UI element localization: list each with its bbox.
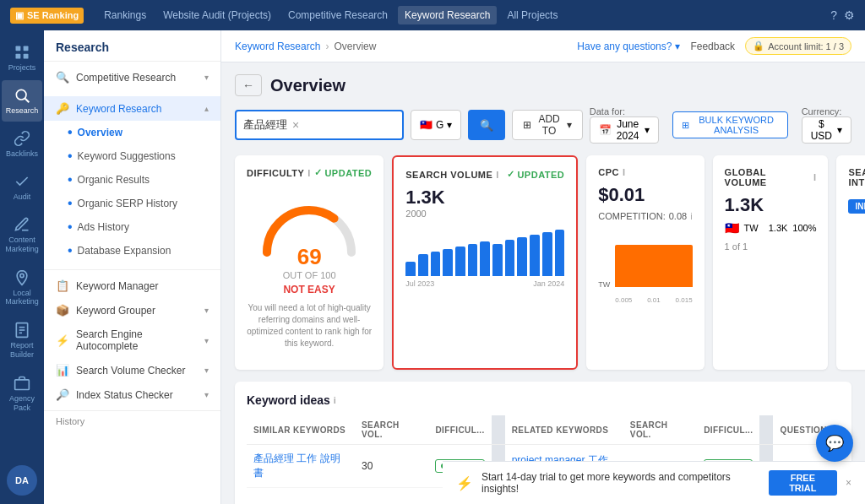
nav-rankings[interactable]: Rankings [97, 6, 153, 24]
sidebar-icon-backlinks[interactable]: Backlinks [2, 123, 42, 165]
sidebar-icon-research[interactable]: Research [2, 80, 42, 122]
breadcrumb-parent[interactable]: Keyword Research [235, 41, 320, 52]
gauge-label: NOT EASY [283, 284, 335, 295]
search-engine-btn[interactable]: 🇹🇼 G ▾ [411, 110, 461, 140]
svg-rect-2 [16, 54, 21, 59]
svg-rect-1 [24, 46, 29, 51]
account-limit-badge: 🔒 Account limit: 1 / 3 [745, 37, 851, 55]
nav-all-projects[interactable]: All Projects [500, 6, 564, 24]
bulk-analysis-btn[interactable]: ⊞ BULK KEYWORD ANALYSIS [672, 111, 788, 138]
search-clear-icon[interactable]: × [292, 118, 299, 132]
bar [468, 244, 478, 276]
sidebar-sub-overview[interactable]: Overview [68, 121, 220, 144]
similar-kw-link[interactable]: 產品經理 工作 說明書 [253, 453, 340, 479]
search-vol-label: SEARCH VOLUME i ✓ Updated [405, 169, 564, 180]
tw-percent: 100% [792, 223, 816, 233]
breadcrumb-sep: › [325, 41, 329, 52]
free-trial-button[interactable]: FREE TRIAL [769, 470, 837, 496]
svg-rect-3 [24, 54, 29, 59]
feedback-btn[interactable]: Feedback [690, 41, 735, 52]
add-to-button[interactable]: ⊞ ADD TO ▾ [512, 110, 582, 140]
competition-info-icon[interactable]: i [690, 211, 692, 221]
chevron-up-icon: ▴ [204, 104, 209, 113]
svg-point-4 [16, 89, 26, 100]
cpc-country: TW [598, 280, 610, 289]
currency-selector[interactable]: $ USD ▾ [802, 117, 851, 144]
search-vol-info-icon[interactable]: i [496, 170, 499, 180]
nav-keyword-research[interactable]: Keyword Research [398, 6, 497, 24]
related-search-vol-header: SEARCH VOL. [623, 415, 697, 445]
difficulty-card: DIFFICULTY i ✓ Updated 69 OUT OF 100 NOT… [235, 155, 384, 370]
pagination: 1 of 1 [725, 241, 817, 252]
date-selector[interactable]: 📅 June 2024 ▾ [590, 117, 659, 144]
add-icon: ⊞ [523, 119, 531, 131]
search-vol-max: 2000 [405, 209, 564, 219]
gauge-value: 69 [283, 244, 336, 270]
bar [455, 247, 465, 276]
sidebar-sub-serp-history[interactable]: Organic SERP History [68, 192, 220, 215]
have-questions-btn[interactable]: Have any questions? ▾ [577, 41, 680, 52]
top-nav-links: Rankings Website Audit (Projects) Compet… [97, 6, 817, 24]
chat-button[interactable]: 💬 [816, 425, 853, 462]
sidebar-title: Research [44, 30, 220, 62]
main-content: Keyword Research › Overview Have any que… [221, 30, 865, 504]
sidebar-item-competitive[interactable]: 🔍 Competitive Research ▾ [44, 65, 220, 89]
sidebar-item-volume-checker[interactable]: 📊 Search Volume Checker ▾ [44, 358, 220, 382]
metrics-row: DIFFICULTY i ✓ Updated 69 OUT OF 100 NOT… [235, 155, 851, 370]
sidebar-icon-report[interactable]: Report Builder [2, 315, 42, 366]
sidebar-item-kw-manager[interactable]: 📋 Keyword Manager [44, 274, 220, 298]
sidebar-sub-db-expansion[interactable]: Database Expansion [68, 239, 220, 263]
intent-badge: INFORMATIONAL [848, 199, 865, 214]
sidebar-item-keyword-research[interactable]: 🔑 Keyword Research ▴ [44, 96, 220, 121]
history-label: History [56, 416, 84, 426]
sidebar-item-kw-grouper[interactable]: 📦 Keyword Grouper ▾ [44, 298, 220, 322]
sidebar-sub-ads-history[interactable]: Ads History [68, 215, 220, 239]
chevron-icon: ▾ [204, 73, 209, 82]
bar [443, 249, 453, 276]
volume-icon: 📊 [56, 364, 69, 377]
global-info-icon[interactable]: i [813, 172, 817, 182]
data-for-section: Data for: 📅 June 2024 ▾ ⊞ BULK KEYWORD A… [590, 106, 851, 144]
trial-text: Start 14-day trial to get more keywords … [481, 471, 755, 495]
banner-close-icon[interactable]: × [846, 477, 851, 489]
sidebar-sub-suggestions[interactable]: Keyword Suggestions [68, 144, 220, 168]
gauge-desc: You will need a lot of high-quality refe… [247, 302, 372, 350]
cpc-info-icon[interactable]: i [623, 167, 626, 177]
kw-manager-icon: 📋 [56, 279, 69, 292]
difficulty-header: DIFFICUL... [428, 415, 491, 445]
nav-website-audit[interactable]: Website Audit (Projects) [156, 6, 278, 24]
date-chevron: ▾ [645, 124, 650, 136]
sidebar-item-autocomplete[interactable]: ⚡ Search Engine Autocomplete ▾ [44, 322, 220, 358]
icon-label-backlinks: Backlinks [6, 149, 38, 158]
nav-competitive-research[interactable]: Competitive Research [281, 6, 394, 24]
avatar[interactable]: DA [7, 465, 37, 496]
sidebar-icon-agency[interactable]: Agency Pack [2, 368, 42, 420]
search-container: 產品經理 × [235, 110, 404, 140]
difficulty-updated: ✓ Updated [314, 167, 372, 178]
difficulty-info-icon[interactable]: i [307, 168, 311, 178]
search-button[interactable]: 🔍 [468, 110, 505, 140]
col-divider-2 [759, 415, 773, 445]
competition-row: COMPETITION: 0.08 i [598, 211, 692, 221]
back-button[interactable]: ← [235, 74, 262, 96]
sidebar-sub-organic[interactable]: Organic Results [68, 168, 220, 192]
help-icon[interactable]: ? [830, 8, 837, 22]
svg-rect-11 [15, 380, 30, 390]
gauge: 69 OUT OF 100 NOT EASY You will need a l… [247, 185, 372, 358]
settings-icon[interactable]: ⚙ [844, 8, 855, 22]
kw-ideas-info-icon[interactable]: i [334, 395, 336, 405]
empty-similar [247, 488, 355, 505]
sidebar-icon-audit[interactable]: Audit [2, 166, 42, 208]
sidebar-icon-projects[interactable]: Projects [2, 37, 42, 79]
keyword-research-label: Keyword Research [76, 103, 161, 115]
bar [555, 230, 565, 276]
sidebar-icon-local[interactable]: Local Marketing [2, 263, 42, 314]
icon-label-research: Research [6, 106, 39, 115]
trial-lightning-icon: ⚡ [456, 475, 473, 491]
sidebar-panel: Research 🔍 Competitive Research ▾ 🔑 Keyw… [44, 30, 221, 504]
sidebar-item-index-checker[interactable]: 🔎 Index Status Checker ▾ [44, 382, 220, 407]
icon-label-audit: Audit [14, 192, 31, 201]
kw-grouper-icon: 📦 [56, 304, 69, 317]
similar-kw-header: SIMILAR KEYWORDS [247, 415, 355, 445]
sidebar-icon-content[interactable]: Content Marketing [2, 209, 42, 261]
